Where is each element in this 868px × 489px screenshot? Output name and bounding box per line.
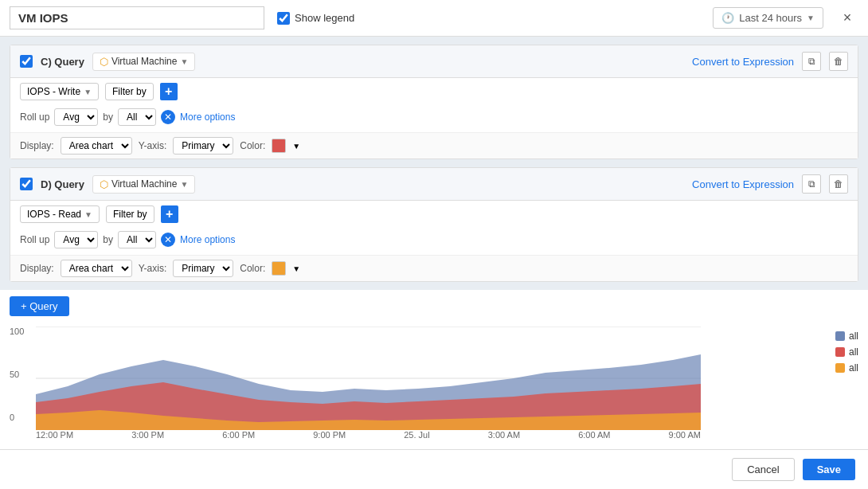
query-d-metric-dropdown[interactable]: IOPS - Read ▼ xyxy=(20,205,100,223)
y-label-0: 0 xyxy=(10,413,24,422)
color-d-swatch[interactable] xyxy=(272,261,286,276)
query-c-vm-dropdown[interactable]: ⬡ Virtual Machine ▼ xyxy=(92,53,195,71)
legend-item-2: all xyxy=(835,362,858,374)
query-c-vm-label: Virtual Machine xyxy=(111,56,178,67)
display-c-label: Display: xyxy=(20,140,54,151)
delete-query-c-button[interactable]: 🗑 xyxy=(829,52,848,71)
rollup-d-func-select[interactable]: Avg xyxy=(54,231,98,248)
add-query-button[interactable]: + Query xyxy=(10,296,69,316)
clock-icon: 🕐 xyxy=(721,12,734,24)
add-filter-c-button[interactable]: + xyxy=(160,83,178,100)
filter-by-c-button[interactable]: Filter by xyxy=(105,83,154,100)
show-legend-checkbox[interactable] xyxy=(277,12,290,25)
legend-item-0: all xyxy=(835,331,858,342)
x-label-5: 3:00 AM xyxy=(488,430,520,440)
chart-svg xyxy=(36,327,729,430)
vm-icon: ⬡ xyxy=(100,178,108,190)
convert-expression-d-link[interactable]: Convert to Expression xyxy=(692,178,794,190)
color-c-label: Color: xyxy=(240,140,265,151)
display-d-label: Display: xyxy=(20,263,54,274)
legend-dot-2 xyxy=(835,363,845,373)
rollup-by-d-label: by xyxy=(103,234,113,245)
query-d-checkbox[interactable] xyxy=(20,178,33,190)
query-d-metric-row: IOPS - Read ▼ Filter by + xyxy=(10,201,858,228)
x-label-6: 6:00 AM xyxy=(578,430,610,440)
legend-item-1: all xyxy=(835,346,858,358)
query-c-checkbox[interactable] xyxy=(20,55,33,68)
x-axis: 12:00 PM 3:00 PM 6:00 PM 9:00 PM 25. Jul… xyxy=(36,430,701,440)
y-label-50: 50 xyxy=(10,370,24,379)
query-d-vm-dropdown[interactable]: ⬡ Virtual Machine ▼ xyxy=(92,175,195,194)
time-range-label: Last 24 hours xyxy=(739,12,802,24)
vm-icon: ⬡ xyxy=(100,56,108,68)
header: Show legend 🕐 Last 24 hours ▼ × xyxy=(0,0,868,37)
query-block-c: C) Query ⬡ Virtual Machine ▼ Convert to … xyxy=(10,45,858,159)
query-d-header: D) Query ⬡ Virtual Machine ▼ Convert to … xyxy=(10,168,858,201)
query-c-metric-dropdown[interactable]: IOPS - Write ▼ xyxy=(20,83,99,100)
query-block-d: D) Query ⬡ Virtual Machine ▼ Convert to … xyxy=(10,167,858,282)
chart-legend: all all all xyxy=(835,331,858,374)
copy-query-d-button[interactable]: ⧉ xyxy=(802,174,821,194)
query-d-rollup-row: Roll up Avg by All ✕ More options xyxy=(10,228,858,255)
metric-d-label: IOPS - Read xyxy=(27,209,81,220)
color-d-dropdown[interactable]: ▼ xyxy=(292,264,300,273)
rollup-c-by-select[interactable]: All xyxy=(118,108,156,126)
rollup-d-label: Roll up xyxy=(20,234,49,245)
query-d-vm-label: Virtual Machine xyxy=(111,178,178,190)
rollup-c-label: Roll up xyxy=(20,111,49,123)
query-c-metric-row: IOPS - Write ▼ Filter by + xyxy=(10,78,858,105)
yaxis-d-select[interactable]: Primary xyxy=(173,260,233,277)
title-input[interactable] xyxy=(10,6,264,29)
chevron-down-icon: ▼ xyxy=(807,14,815,22)
yaxis-d-label: Y-axis: xyxy=(139,263,167,274)
clear-rollup-c-button[interactable]: ✕ xyxy=(161,110,175,124)
x-label-4: 25. Jul xyxy=(404,430,429,440)
close-button[interactable]: × xyxy=(836,7,858,29)
filter-by-d-button[interactable]: Filter by xyxy=(106,205,154,223)
rollup-by-c-label: by xyxy=(103,111,113,123)
color-c-dropdown[interactable]: ▼ xyxy=(292,142,300,151)
x-label-3: 9:00 PM xyxy=(313,430,346,440)
query-d-display-row: Display: Area chart Y-axis: Primary Colo… xyxy=(10,255,858,281)
legend-dot-0 xyxy=(835,331,845,341)
y-label-100: 100 xyxy=(10,327,24,336)
show-legend-text: Show legend xyxy=(295,12,354,24)
query-c-rollup-row: Roll up Avg by All ✕ More options xyxy=(10,105,858,132)
convert-expression-c-link[interactable]: Convert to Expression xyxy=(692,56,794,68)
x-label-0: 12:00 PM xyxy=(36,430,73,440)
more-options-d-link[interactable]: More options xyxy=(180,234,235,245)
chart-area: 100 50 0 12:00 PM 3:00 PM 6:00 PM 9:00 P… xyxy=(0,323,868,449)
x-label-7: 9:00 AM xyxy=(669,430,701,440)
save-button[interactable]: Save xyxy=(803,459,855,480)
chart-type-d-select[interactable]: Area chart xyxy=(61,260,132,277)
yaxis-c-select[interactable]: Primary xyxy=(173,137,233,155)
add-filter-d-button[interactable]: + xyxy=(161,205,178,223)
delete-query-d-button[interactable]: 🗑 xyxy=(829,174,848,194)
legend-dot-1 xyxy=(835,347,845,357)
legend-label-0: all xyxy=(849,331,858,342)
queries-area: C) Query ⬡ Virtual Machine ▼ Convert to … xyxy=(0,37,868,290)
y-axis: 100 50 0 xyxy=(10,327,24,422)
x-label-2: 6:00 PM xyxy=(222,430,255,440)
time-range-dropdown[interactable]: 🕐 Last 24 hours ▼ xyxy=(713,7,823,29)
rollup-c-func-select[interactable]: Avg xyxy=(54,108,98,126)
query-c-label: C) Query xyxy=(41,56,84,68)
color-d-label: Color: xyxy=(240,263,265,274)
copy-query-c-button[interactable]: ⧉ xyxy=(802,52,821,71)
rollup-d-by-select[interactable]: All xyxy=(118,231,156,248)
chart-type-c-select[interactable]: Area chart xyxy=(61,137,132,155)
query-c-header: C) Query ⬡ Virtual Machine ▼ Convert to … xyxy=(10,45,858,78)
legend-label-1: all xyxy=(849,346,858,358)
yaxis-c-label: Y-axis: xyxy=(139,140,167,151)
clear-rollup-d-button[interactable]: ✕ xyxy=(161,233,175,247)
footer: Cancel Save xyxy=(0,449,868,489)
more-options-c-link[interactable]: More options xyxy=(180,111,235,123)
chevron-down-icon: ▼ xyxy=(180,57,188,66)
add-query-row: + Query xyxy=(0,290,868,323)
show-legend-label: Show legend xyxy=(277,12,354,25)
query-c-display-row: Display: Area chart Y-axis: Primary Colo… xyxy=(10,132,858,158)
cancel-button[interactable]: Cancel xyxy=(732,458,794,481)
chevron-down-icon: ▼ xyxy=(180,180,188,189)
x-label-1: 3:00 PM xyxy=(131,430,164,440)
color-c-swatch[interactable] xyxy=(272,139,286,153)
